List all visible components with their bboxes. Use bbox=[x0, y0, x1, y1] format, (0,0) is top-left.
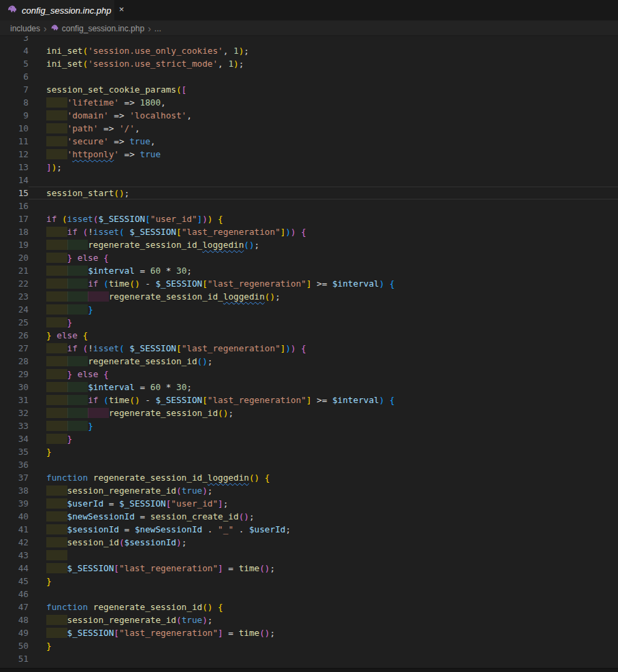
code-line[interactable]: 25 } bbox=[0, 316, 618, 329]
code-text: } bbox=[29, 445, 618, 458]
chevron-right-icon: › bbox=[43, 25, 48, 33]
code-line[interactable]: 44 $_SESSION["last_regeneration"] = time… bbox=[0, 562, 618, 575]
code-line[interactable]: 14 bbox=[0, 174, 618, 187]
line-number: 21 bbox=[0, 264, 29, 277]
code-line[interactable]: 48 session_regenerate_id(true); bbox=[0, 613, 618, 626]
code-text: $_SESSION["last_regeneration"] = time(); bbox=[29, 562, 618, 575]
code-line[interactable]: 30 $interval = 60 * 30; bbox=[0, 381, 618, 394]
line-number: 27 bbox=[0, 342, 29, 355]
code-line[interactable]: 35} bbox=[0, 445, 618, 458]
code-line[interactable]: 22 if (time() - $_SESSION["last_regenera… bbox=[0, 277, 618, 290]
code-text: session_regenerate_id(true); bbox=[29, 484, 618, 497]
line-number: 41 bbox=[0, 523, 29, 536]
code-line[interactable]: 29 } else { bbox=[0, 368, 618, 381]
line-number: 22 bbox=[0, 277, 29, 290]
code-text: if (!isset( $_SESSION["last_regeneration… bbox=[29, 225, 618, 238]
code-line[interactable]: 20 } else { bbox=[0, 251, 618, 264]
line-number: 15 bbox=[0, 187, 29, 199]
line-number: 11 bbox=[0, 135, 29, 148]
code-line[interactable]: 42 session_id($sessionId); bbox=[0, 536, 618, 549]
code-text: } bbox=[29, 303, 618, 316]
code-line[interactable]: 37function regenerate_session_id_loggedi… bbox=[0, 471, 618, 484]
code-line[interactable]: 26} else { bbox=[0, 329, 618, 342]
line-number: 6 bbox=[0, 70, 29, 83]
code-text: $userId = $_SESSION["user_id"]; bbox=[29, 497, 618, 510]
breadcrumb-item-includes[interactable]: includes bbox=[10, 24, 40, 33]
code-line[interactable]: 32 regenerate_session_id(); bbox=[0, 406, 618, 419]
line-number: 51 bbox=[0, 652, 29, 665]
line-number: 25 bbox=[0, 316, 29, 329]
tab-bar: config_session.inc.php × bbox=[0, 0, 618, 21]
code-line[interactable]: 51 bbox=[0, 652, 618, 665]
code-line[interactable]: 36 bbox=[0, 458, 618, 471]
code-text: } else { bbox=[29, 368, 618, 381]
code-line[interactable]: 33 } bbox=[0, 419, 618, 432]
code-line[interactable]: 45} bbox=[0, 575, 618, 588]
close-icon[interactable]: × bbox=[116, 4, 128, 16]
code-line[interactable]: 23 regenerate_session_id_loggedin(); bbox=[0, 290, 618, 303]
code-text: 'domain' => 'localhost', bbox=[29, 109, 618, 122]
code-text: if (time() - $_SESSION["last_regeneratio… bbox=[29, 277, 618, 290]
code-line[interactable]: 21 $interval = 60 * 30; bbox=[0, 264, 618, 277]
code-line[interactable]: 17if (isset($_SESSION["user_id"])) { bbox=[0, 212, 618, 225]
code-line[interactable]: 16 bbox=[0, 199, 618, 212]
line-number: 28 bbox=[0, 355, 29, 368]
code-line[interactable]: 34 } bbox=[0, 432, 618, 445]
line-number: 4 bbox=[0, 44, 29, 57]
line-number: 7 bbox=[0, 83, 29, 96]
code-line[interactable]: 8 'lifetime' => 1800, bbox=[0, 96, 618, 109]
breadcrumb: includes › config_session.inc.php › ... bbox=[0, 21, 618, 36]
code-line[interactable]: 28 regenerate_session_id(); bbox=[0, 355, 618, 368]
code-line[interactable]: 13]); bbox=[0, 161, 618, 174]
code-line[interactable]: 9 'domain' => 'localhost', bbox=[0, 109, 618, 122]
code-text: regenerate_session_id(); bbox=[29, 355, 618, 368]
code-text: } bbox=[29, 575, 618, 588]
code-line[interactable]: 49 $_SESSION["last_regeneration"] = time… bbox=[0, 626, 618, 639]
breadcrumb-item-symbols[interactable]: ... bbox=[154, 24, 161, 33]
code-line[interactable]: 40 $newSessionId = session_create_id(); bbox=[0, 510, 618, 523]
code-line[interactable]: 7session_set_cookie_params([ bbox=[0, 83, 618, 96]
code-text: regenerate_session_id(); bbox=[29, 406, 618, 419]
code-text: 'lifetime' => 1800, bbox=[29, 96, 618, 109]
code-line[interactable]: 43 bbox=[0, 549, 618, 562]
code-text: $interval = 60 * 30; bbox=[29, 381, 618, 394]
line-number: 50 bbox=[0, 639, 29, 652]
code-text: ]); bbox=[29, 161, 618, 174]
code-line[interactable]: 10 'path' => '/', bbox=[0, 122, 618, 135]
statusbar-edge bbox=[0, 668, 618, 672]
code-line[interactable]: 11 'secure' => true, bbox=[0, 135, 618, 148]
code-line[interactable]: 47function regenerate_session_id() { bbox=[0, 601, 618, 613]
editor[interactable]: 34ini_set('session.use_only_cookies', 1)… bbox=[0, 36, 618, 668]
code-line[interactable]: 39 $userId = $_SESSION["user_id"]; bbox=[0, 497, 618, 510]
code-line[interactable]: 50} bbox=[0, 639, 618, 652]
editor-lines: 34ini_set('session.use_only_cookies', 1)… bbox=[0, 36, 618, 665]
code-line[interactable]: 27 if (!isset( $_SESSION["last_regenerat… bbox=[0, 342, 618, 355]
line-number: 29 bbox=[0, 368, 29, 381]
line-number: 37 bbox=[0, 471, 29, 484]
code-line[interactable]: 12 'httponly' => true bbox=[0, 148, 618, 161]
line-number: 5 bbox=[0, 57, 29, 70]
code-text: session_set_cookie_params([ bbox=[29, 83, 618, 96]
code-line[interactable]: 18 if (!isset( $_SESSION["last_regenerat… bbox=[0, 225, 618, 238]
code-text: } else { bbox=[29, 329, 618, 342]
breadcrumb-item-file[interactable]: config_session.inc.php bbox=[62, 24, 144, 33]
code-line[interactable]: 41 $sessionId = $newSessionId . "_" . $u… bbox=[0, 523, 618, 536]
code-text: 'path' => '/', bbox=[29, 122, 618, 135]
code-line[interactable]: 38 session_regenerate_id(true); bbox=[0, 484, 618, 497]
code-line[interactable]: 46 bbox=[0, 588, 618, 601]
code-line[interactable]: 31 if (time() - $_SESSION["last_regenera… bbox=[0, 394, 618, 406]
code-line[interactable]: 15session_start(); bbox=[0, 187, 618, 199]
code-line[interactable]: 6 bbox=[0, 70, 618, 83]
code-line[interactable]: 4ini_set('session.use_only_cookies', 1); bbox=[0, 44, 618, 57]
code-text: 'secure' => true, bbox=[29, 135, 618, 148]
code-text: $_SESSION["last_regeneration"] = time(); bbox=[29, 626, 618, 639]
line-number: 31 bbox=[0, 394, 29, 406]
code-line[interactable]: 24 } bbox=[0, 303, 618, 316]
code-text: } else { bbox=[29, 251, 618, 264]
code-text: } bbox=[29, 316, 618, 329]
code-line[interactable]: 19 regenerate_session_id_loggedin(); bbox=[0, 238, 618, 251]
tab-config-session[interactable]: config_session.inc.php × bbox=[0, 0, 114, 20]
code-text: $newSessionId = session_create_id(); bbox=[29, 510, 618, 523]
code-line[interactable]: 3 bbox=[0, 36, 618, 44]
code-line[interactable]: 5ini_set('session.use_strict_mode', 1); bbox=[0, 57, 618, 70]
